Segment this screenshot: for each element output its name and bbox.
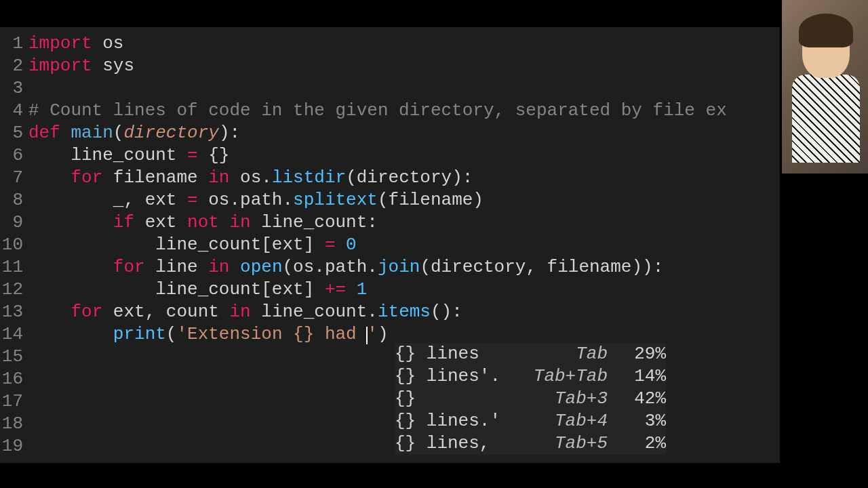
code-content[interactable]: def main(directory): [28, 122, 240, 144]
completion-probability: 29% [618, 343, 666, 365]
line-number: 3 [0, 77, 28, 100]
completion-shortcut: Tab+Tab [530, 365, 618, 388]
line-number: 18 [0, 413, 28, 435]
completion-text: {} lines.' [395, 410, 530, 432]
line-number: 4 [0, 100, 28, 122]
code-line[interactable]: 1import os [0, 33, 780, 55]
line-number: 12 [0, 279, 28, 301]
line-number: 5 [0, 122, 28, 144]
code-content[interactable]: line_count = {} [28, 144, 229, 167]
code-content[interactable]: for line in open(os.path.join(directory,… [28, 256, 663, 279]
completion-shortcut: Tab [530, 343, 618, 365]
completion-probability: 2% [618, 432, 666, 455]
completion-text: {} [395, 388, 530, 410]
code-content[interactable]: if ext not in line_count: [28, 211, 378, 234]
code-line[interactable]: 9 if ext not in line_count: [0, 211, 780, 234]
completion-item[interactable]: {} lines.'Tab+43% [395, 410, 666, 432]
line-number: 1 [0, 33, 28, 55]
line-number: 6 [0, 144, 28, 167]
line-number: 7 [0, 167, 28, 189]
code-content[interactable]: import sys [28, 55, 134, 77]
code-content[interactable]: for filename in os.listdir(directory): [28, 167, 473, 189]
line-number: 13 [0, 301, 28, 323]
code-content[interactable]: import os [28, 33, 123, 55]
line-number: 17 [0, 390, 28, 413]
code-content[interactable]: for ext, count in line_count.items(): [28, 301, 462, 323]
line-number: 11 [0, 256, 28, 279]
code-line[interactable]: 11 for line in open(os.path.join(directo… [0, 256, 780, 279]
webcam-overlay [782, 0, 868, 174]
line-number: 9 [0, 211, 28, 234]
code-content[interactable]: line_count[ext] += 1 [28, 279, 367, 301]
presenter-video [795, 20, 856, 169]
line-number: 16 [0, 368, 28, 390]
code-line[interactable]: 4# Count lines of code in the given dire… [0, 100, 780, 122]
completion-text: {} lines'. [395, 365, 530, 388]
completion-item[interactable]: {}Tab+342% [395, 388, 666, 410]
line-number: 14 [0, 323, 28, 346]
completion-probability: 3% [618, 410, 666, 432]
completion-probability: 42% [618, 388, 666, 410]
completion-text: {} lines, [395, 432, 530, 455]
code-content[interactable]: line_count[ext] = 0 [28, 234, 357, 256]
completion-shortcut: Tab+4 [530, 410, 618, 432]
completion-item[interactable]: {} linesTab29% [395, 343, 666, 365]
code-line[interactable]: 12 line_count[ext] += 1 [0, 279, 780, 301]
code-line[interactable]: 6 line_count = {} [0, 144, 780, 167]
completion-shortcut: Tab+3 [530, 388, 618, 410]
completion-shortcut: Tab+5 [530, 432, 618, 455]
line-number: 2 [0, 55, 28, 77]
code-line[interactable]: 3 [0, 77, 780, 100]
code-line[interactable]: 2import sys [0, 55, 780, 77]
code-content[interactable]: print('Extension {} had ') [28, 323, 389, 346]
code-line[interactable]: 13 for ext, count in line_count.items(): [0, 301, 780, 323]
completion-item[interactable]: {} lines,Tab+52% [395, 432, 666, 455]
line-number: 10 [0, 234, 28, 256]
code-line[interactable]: 8 _, ext = os.path.splitext(filename) [0, 189, 780, 211]
completion-probability: 14% [618, 365, 666, 388]
code-content[interactable]: # Count lines of code in the given direc… [28, 100, 727, 122]
autocomplete-popup[interactable]: {} linesTab29%{} lines'.Tab+Tab14%{}Tab+… [395, 343, 666, 455]
completion-text: {} lines [395, 343, 530, 365]
code-content[interactable]: _, ext = os.path.splitext(filename) [28, 189, 484, 211]
line-number: 8 [0, 189, 28, 211]
line-number: 19 [0, 435, 28, 458]
code-line[interactable]: 7 for filename in os.listdir(directory): [0, 167, 780, 189]
code-line[interactable]: 5def main(directory): [0, 122, 780, 144]
line-number: 15 [0, 346, 28, 368]
code-line[interactable]: 10 line_count[ext] = 0 [0, 234, 780, 256]
completion-item[interactable]: {} lines'.Tab+Tab14% [395, 365, 666, 388]
